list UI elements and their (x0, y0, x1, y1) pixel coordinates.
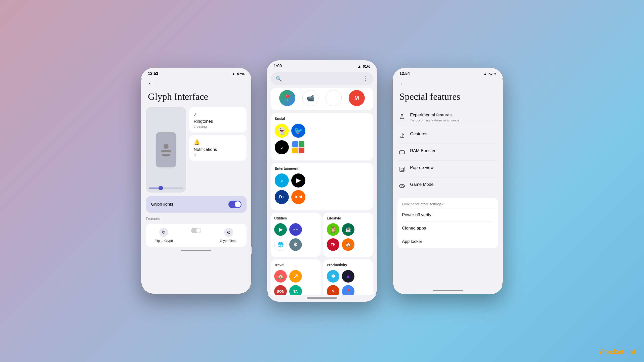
phone2-scroll[interactable]: 📍 📹 △ M Social 👻 (267, 88, 377, 295)
power-off-verify-item[interactable]: Power off verify (402, 208, 494, 222)
popup-view-text: Pop-up view (410, 165, 497, 170)
productivity-row-2: M 📍 (327, 285, 370, 295)
utilities-section: Utilities ▶ 👓 🌐 ⚙ (271, 213, 321, 257)
experimental-subtitle: Try upcoming features in advance (410, 118, 497, 122)
music-icon: ♪ (194, 111, 242, 117)
utilities-lifestyle-row: Utilities ▶ 👓 🌐 ⚙ Lifestyle 🦉 ☕ (271, 213, 373, 257)
app-arcadia[interactable]: ▲ (342, 270, 354, 283)
slider-thumb[interactable] (158, 186, 163, 190)
app-spectacle[interactable]: 👓 (289, 223, 302, 236)
app-apple-tv[interactable]: ▶ (291, 173, 305, 188)
app-maps[interactable]: 📍 (279, 90, 295, 106)
social-section: Social 👻 🐦 ♪ (271, 113, 373, 160)
p1-title: Glyph Interface (141, 87, 252, 107)
more-options-icon[interactable]: ⋮ (363, 75, 368, 82)
svg-point-6 (403, 186, 404, 187)
features-label: Features (146, 217, 247, 221)
search-bar[interactable]: 🔍 ⋮ (271, 72, 373, 85)
notification-title: Notifications (194, 147, 242, 152)
app-timhortons[interactable]: TH (327, 238, 339, 251)
ram-booster-text: RAM Booster (410, 148, 497, 153)
back-arrow-1[interactable]: ← (148, 80, 153, 87)
app-airbnb[interactable]: 🏠 (274, 270, 287, 283)
wifi-icon-1: ▲ (232, 72, 235, 76)
app-tiktok[interactable]: ♪ (275, 140, 289, 154)
timer-icon: ⊙ (224, 228, 233, 237)
app-snapchat[interactable]: 👻 (275, 124, 289, 138)
status-bar-2: 1:00 ▲ 61% (267, 60, 377, 70)
app-meet[interactable]: 📹 (302, 90, 318, 106)
phone-bottom-1 (141, 247, 252, 254)
bell-icon: 🔔 (194, 139, 242, 145)
phone-bottom-3 (392, 287, 503, 294)
p1-nav-header: ← (141, 78, 252, 87)
flip-glyph-label: Flip to Glyph (154, 239, 173, 243)
watermark-text: ocketlint (605, 348, 636, 356)
productivity-row-1: ❄ ▲ (327, 270, 370, 283)
app-m365[interactable]: M (327, 285, 339, 295)
experimental-text: Experimental features Try upcoming featu… (410, 113, 497, 122)
app-tripadvisor[interactable]: TA (289, 285, 302, 295)
app-gmaps[interactable]: 📍 (342, 285, 354, 295)
app-disney-plus[interactable]: D+ (275, 190, 289, 204)
gestures-item[interactable]: Gestures (397, 127, 498, 144)
glyph-lights-row[interactable]: Glyph lights (146, 196, 247, 213)
app-gmail[interactable]: M (349, 90, 365, 106)
other-settings-label: Looking for other settings? (402, 198, 494, 208)
app-snowflake[interactable]: ❄ (327, 270, 339, 283)
travel-productivity-row: Travel 🏠 ↗ BON TA Productivity ❄ ▲ (271, 259, 373, 295)
app-duolingo[interactable]: 🦉 (327, 223, 339, 236)
utilities-row-1: ▶ 👓 (274, 223, 317, 236)
settings-list: Experimental features Try upcoming featu… (392, 108, 503, 194)
ill-bar-1 (161, 150, 171, 152)
status-right-2: ▲ 61% (357, 64, 370, 68)
popup-view-icon (398, 166, 406, 173)
p3-title: Special features (392, 87, 503, 108)
phone-preview-card (146, 107, 186, 193)
travel-section: Travel 🏠 ↗ BON TA (271, 259, 321, 295)
app-settings[interactable]: ⚙ (289, 238, 302, 251)
game-mode-item[interactable]: Game Mode (397, 177, 498, 194)
flip-to-glyph-item[interactable]: ↻ Flip to Glyph (150, 228, 177, 243)
glyph-lights-toggle[interactable] (228, 201, 242, 208)
popup-view-item[interactable]: Pop-up view (397, 161, 498, 177)
app-starbucks[interactable]: ☕ (342, 223, 354, 236)
status-right-3: ▲ 57% (483, 72, 496, 76)
glyph-timer-item[interactable]: ⊙ Glyph Timer (215, 228, 243, 243)
notification-card[interactable]: 🔔 Notifications oi! (189, 135, 247, 161)
back-arrow-3[interactable]: ← (399, 80, 405, 87)
entertainment-section: Entertainment ♪ ▶ D+ tubi (271, 163, 373, 210)
app-locker-item[interactable]: App locker (402, 235, 494, 248)
ram-booster-item[interactable]: RAM Booster (397, 144, 498, 161)
lifestyle-label: Lifestyle (327, 216, 370, 220)
small-toggle[interactable] (191, 228, 201, 233)
app-workspace[interactable] (291, 140, 305, 154)
game-mode-icon (398, 183, 406, 190)
app-amazon-music[interactable]: ♪ (275, 173, 289, 188)
app-chrome[interactable]: 🌐 (274, 238, 287, 251)
lifestyle-row-1: 🦉 ☕ (327, 223, 370, 236)
cloned-apps-item[interactable]: Cloned apps (402, 222, 494, 235)
p1-right-cards: ♪ Ringtones crossing 🔔 Notifications oi! (189, 107, 247, 193)
app-drive[interactable]: △ (326, 90, 342, 106)
svg-rect-0 (400, 133, 403, 137)
svg-rect-3 (401, 168, 404, 171)
app-home[interactable]: 🏠 (342, 238, 354, 251)
time-1: 12:53 (148, 71, 158, 76)
ringtone-card[interactable]: ♪ Ringtones crossing (189, 107, 247, 132)
app-playstore[interactable]: ▶ (274, 223, 287, 236)
brightness-slider[interactable] (149, 188, 183, 189)
experimental-icon (398, 113, 406, 120)
app-hotel[interactable]: BON (274, 285, 287, 295)
svg-point-5 (403, 186, 403, 186)
ram-booster-icon (398, 149, 406, 156)
phone-2: 1:00 ▲ 61% 🔍 ⋮ 📍 📹 △ (267, 60, 377, 302)
app-arrow[interactable]: ↗ (289, 270, 302, 283)
phone1-scroll[interactable]: ← Glyph Interface (141, 78, 252, 247)
app-thunderbird[interactable]: 🐦 (291, 124, 305, 138)
toggle-item[interactable] (182, 228, 210, 233)
entertainment-row-2: D+ tubi (275, 190, 369, 204)
productivity-section: Productivity ❄ ▲ M 📍 (323, 259, 373, 295)
app-tubi[interactable]: tubi (291, 190, 305, 204)
experimental-features-item[interactable]: Experimental features Try upcoming featu… (397, 108, 498, 127)
